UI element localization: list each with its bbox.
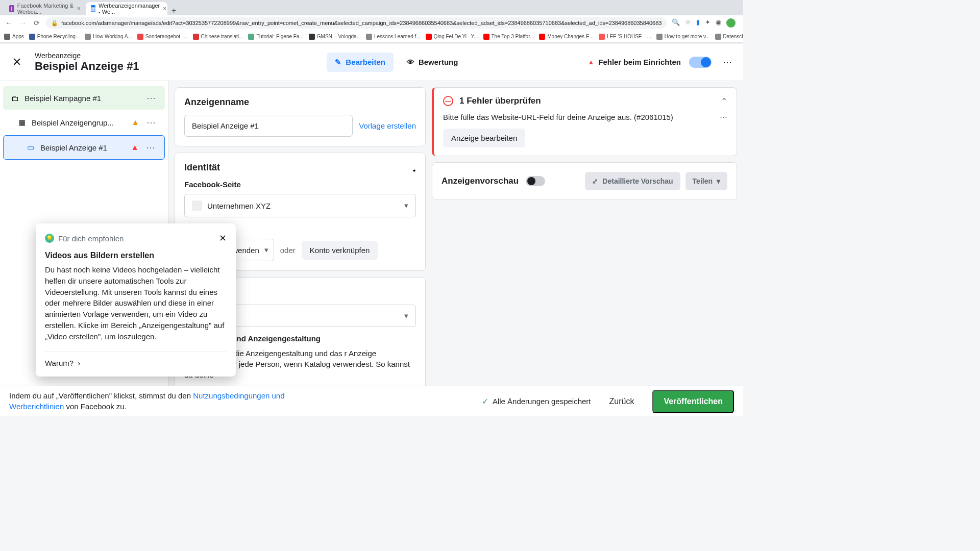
sidebar-item-label: Beispiel Kampagne #1 xyxy=(24,94,139,103)
forward-icon[interactable]: → xyxy=(18,18,28,28)
ad-icon: ▭ xyxy=(26,143,35,152)
menu-icon[interactable]: ⋮ xyxy=(741,18,743,28)
eye-icon: 👁 xyxy=(407,58,414,66)
puzzle-icon[interactable]: ✦ xyxy=(705,18,710,28)
cursor-icon: ⬥ xyxy=(412,166,416,173)
popover-body: Du hast noch keine Videos hochgeladen – … xyxy=(45,264,227,342)
bookmark-item[interactable]: Phone Recycling... xyxy=(29,34,80,40)
warning-triangle-icon: ▲ xyxy=(587,58,594,66)
chevron-down-icon: ▾ xyxy=(404,311,408,320)
close-icon[interactable]: × xyxy=(163,5,166,12)
why-link[interactable]: Warum? › xyxy=(45,351,227,367)
bookmark-item[interactable]: Datenschutz – Re... xyxy=(715,34,743,40)
chevron-down-icon: ▾ xyxy=(264,245,268,255)
tab-title: Facebook Marketing & Werbea... xyxy=(17,3,74,15)
preview-card: Anzeigenvorschau ⤢ Detaillierte Vorschau… xyxy=(432,162,737,200)
active-toggle[interactable] xyxy=(689,57,712,68)
field-label: Facebook-Seite xyxy=(184,180,416,189)
star-icon[interactable]: ☆ xyxy=(685,18,691,28)
create-template-link[interactable]: Vorlage erstellen xyxy=(359,121,416,130)
more-menu-button[interactable]: ⋯ xyxy=(720,54,735,71)
avatar-icon[interactable] xyxy=(726,18,736,28)
section-title: Identität xyxy=(184,162,416,173)
app-header: ✕ Werbeanzeige Beispiel Anzeige #1 ✎ Bea… xyxy=(0,43,743,81)
bookmark-item[interactable]: LEE 'S HOUSE—... xyxy=(599,34,651,40)
popover-title: Videos aus Bildern erstellen xyxy=(45,251,227,260)
review-button[interactable]: 👁 Bewertung xyxy=(399,53,467,71)
bookmarks-bar: Apps Phone Recycling... How Working A...… xyxy=(0,31,743,43)
lock-icon: 🔒 xyxy=(51,20,58,27)
browser-tab[interactable]: f Facebook Marketing & Werbea... × xyxy=(4,2,86,15)
ad-name-input[interactable] xyxy=(184,115,353,137)
close-button[interactable]: ✕ xyxy=(8,54,26,71)
apps-button[interactable]: Apps xyxy=(4,34,24,40)
extension-icon[interactable]: ▮ xyxy=(696,18,700,28)
more-icon[interactable]: ⋯ xyxy=(720,112,727,121)
facebook-page-select[interactable]: Unternehmen XYZ ▾ xyxy=(184,194,416,217)
bookmark-item[interactable]: Money Changes E... xyxy=(539,34,594,40)
header-subtitle: Werbeanzeige xyxy=(35,52,139,60)
sidebar-item-campaign[interactable]: 🗀 Beispiel Kampagne #1 ⋯ xyxy=(3,86,165,110)
close-icon[interactable]: ✕ xyxy=(219,233,227,244)
address-bar: ← → ⟳ 🔒 facebook.com/adsmanager/manage/a… xyxy=(0,15,743,31)
sidebar-item-adset[interactable]: ▦ Beispiel Anzeigengrup... ▲ ⋯ xyxy=(3,111,165,134)
select-value: Unternehmen XYZ xyxy=(207,202,271,210)
more-icon[interactable]: ⋯ xyxy=(144,117,158,128)
link-account-button[interactable]: Konto verknüpfen xyxy=(302,241,378,260)
bookmark-item[interactable]: The Top 3 Platfor... xyxy=(483,34,534,40)
new-tab-button[interactable]: + xyxy=(167,6,180,15)
error-icon: ▲ xyxy=(131,143,139,152)
bookmark-item[interactable]: Qing Fei De Yi - Y... xyxy=(426,34,478,40)
footer-disclaimer: Indem du auf „Veröffentlichen" klickst, … xyxy=(9,391,326,412)
bookmark-item[interactable]: GMSN. - Vologda... xyxy=(309,34,361,40)
chevron-right-icon: › xyxy=(78,359,80,367)
chevron-down-icon: ▾ xyxy=(404,201,408,210)
save-status: ✓ Alle Änderungen gespeichert xyxy=(482,396,591,406)
error-circle-icon: — xyxy=(443,96,453,106)
extension-icon[interactable]: ◉ xyxy=(716,18,721,28)
publish-button[interactable]: Veröffentlichen xyxy=(652,390,734,413)
bookmark-item[interactable]: Sonderangebot -... xyxy=(137,34,188,40)
reload-icon[interactable]: ⟳ xyxy=(33,18,41,28)
recommendation-popover: 💡 Für dich empfohlen ✕ Videos aus Bilder… xyxy=(36,223,236,377)
chevron-down-icon: ▾ xyxy=(717,177,720,185)
chevron-up-icon[interactable]: ⌃ xyxy=(721,96,727,106)
zoom-icon[interactable]: 🔍 xyxy=(672,18,680,28)
close-icon[interactable]: × xyxy=(77,5,81,12)
adset-icon: ▦ xyxy=(17,118,27,127)
browser-tab-active[interactable]: ▦ Werbeanzeigenmanager - We... × xyxy=(86,2,167,15)
share-button[interactable]: Teilen ▾ xyxy=(685,172,727,190)
setup-error-badge: ▲ Fehler beim Einrichten xyxy=(587,58,681,66)
bookmark-item[interactable]: Tutorial: Eigene Fa... xyxy=(248,34,303,40)
bookmark-item[interactable]: Lessons Learned f... xyxy=(366,34,421,40)
more-icon[interactable]: ⋯ xyxy=(144,92,158,104)
edit-button[interactable]: ✎ Bearbeiten xyxy=(327,53,394,72)
edit-ad-button[interactable]: Anzeige bearbeiten xyxy=(443,129,525,147)
more-icon[interactable]: ⋯ xyxy=(144,142,157,153)
sidebar-item-ad[interactable]: ▭ Beispiel Anzeige #1 ▲ ⋯ xyxy=(3,135,165,160)
back-icon[interactable]: ← xyxy=(4,18,13,28)
bookmark-item[interactable]: Chinese translati... xyxy=(193,34,243,40)
sidebar-item-label: Beispiel Anzeigengrup... xyxy=(32,118,126,127)
url-field[interactable]: 🔒 facebook.com/adsmanager/manage/ads/edi… xyxy=(46,17,667,29)
back-button[interactable]: Zurück xyxy=(600,392,644,411)
lightbulb-icon: 💡 xyxy=(45,234,54,243)
bookmark-item[interactable]: How to get more v... xyxy=(656,34,710,40)
page-title: Beispiel Anzeige #1 xyxy=(35,60,139,73)
tab-bar: f Facebook Marketing & Werbea... × ▦ Wer… xyxy=(0,0,743,15)
preview-toggle[interactable] xyxy=(526,176,545,186)
error-card: — 1 Fehler überprüfen ⌃ Bitte fülle das … xyxy=(432,87,737,156)
sidebar-item-label: Beispiel Anzeige #1 xyxy=(40,143,126,152)
ads-manager-favicon-icon: ▦ xyxy=(91,5,95,12)
facebook-favicon-icon: f xyxy=(9,5,14,12)
popover-label: Für dich empfohlen xyxy=(58,234,215,243)
page-icon xyxy=(192,201,202,211)
or-text: oder xyxy=(280,246,296,255)
check-icon: ✓ xyxy=(482,396,488,406)
detailed-preview-button[interactable]: ⤢ Detaillierte Vorschau xyxy=(585,172,680,190)
section-title: Anzeigenname xyxy=(184,97,416,108)
browser-chrome: f Facebook Marketing & Werbea... × ▦ Wer… xyxy=(0,0,743,43)
bookmark-item[interactable]: How Working A... xyxy=(85,34,132,40)
header-titles: Werbeanzeige Beispiel Anzeige #1 xyxy=(35,52,139,73)
error-title: 1 Fehler überprüfen xyxy=(459,96,715,106)
